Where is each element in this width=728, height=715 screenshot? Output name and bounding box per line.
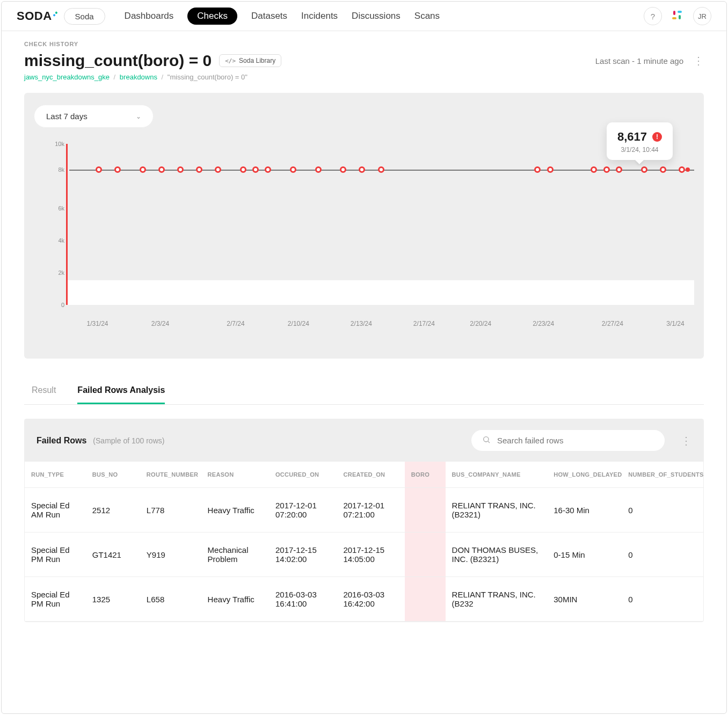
cell-run_type: Special Ed AM Run (25, 488, 86, 532)
table-row[interactable]: Special Ed AM Run2512L778Heavy Traffic20… (25, 488, 703, 532)
failed-rows-table: RUN_TYPE BUS_NO ROUTE_NUMBER REASON OCCU… (25, 462, 703, 622)
slack-icon[interactable] (669, 8, 686, 24)
nav-checks[interactable]: Checks (187, 8, 237, 25)
environment-pill[interactable]: Soda (64, 8, 105, 25)
nav-discussions[interactable]: Discussions (352, 11, 401, 21)
col-reason[interactable]: REASON (201, 462, 269, 488)
cell-route_number: L778 (140, 488, 201, 532)
cell-reason: Heavy Traffic (201, 488, 269, 532)
logo-text: SODA (17, 9, 52, 23)
col-boro[interactable]: BORO (405, 462, 446, 488)
chart-point[interactable] (140, 166, 146, 173)
cell-created_on: 2016-03-03 16:42:00 (337, 577, 404, 622)
chart-point[interactable] (265, 166, 271, 173)
cell-bus_company_name: DON THOMAS BUSES, INC. (B2321) (446, 532, 548, 577)
chart-point[interactable] (114, 166, 121, 173)
cell-boro (405, 577, 446, 622)
chart-point[interactable] (603, 166, 610, 173)
x-tick: 3/1/24 (666, 320, 684, 327)
chart-point[interactable] (340, 166, 346, 173)
tab-result[interactable]: Result (32, 378, 56, 404)
tab-failed-rows-analysis[interactable]: Failed Rows Analysis (77, 378, 165, 404)
nav-incidents[interactable]: Incidents (301, 11, 338, 21)
selected-point[interactable] (686, 167, 690, 172)
cell-route_number: Y919 (140, 532, 201, 577)
chart-plot[interactable]: 10k 8k 6k 4k 2k 0 8,617 ! (66, 144, 694, 305)
x-tick: 2/17/24 (413, 320, 435, 327)
x-tick: 2/23/24 (533, 320, 554, 327)
chart-point[interactable] (547, 166, 554, 173)
cell-reason: Heavy Traffic (201, 577, 269, 622)
nav-dashboards[interactable]: Dashboards (125, 11, 174, 21)
col-occured-on[interactable]: OCCURED_ON (269, 462, 337, 488)
col-how-long-delayed[interactable]: HOW_LONG_DELAYED (547, 462, 622, 488)
chart-point[interactable] (679, 166, 685, 173)
logo[interactable]: SODA (17, 9, 56, 23)
cell-how_long_delayed: 30MIN (547, 577, 622, 622)
table-header-row: RUN_TYPE BUS_NO ROUTE_NUMBER REASON OCCU… (25, 462, 703, 488)
chart-point[interactable] (240, 166, 246, 173)
eyebrow: CHECK HISTORY (24, 41, 704, 47)
y-tick: 2k (41, 269, 64, 276)
table-row[interactable]: Special Ed PM Run1325L658Heavy Traffic20… (25, 577, 703, 622)
chevron-down-icon: ⌄ (136, 113, 141, 120)
chart-point[interactable] (196, 166, 202, 173)
col-created-on[interactable]: CREATED_ON (337, 462, 404, 488)
cell-how_long_delayed: 0-15 Min (547, 532, 622, 577)
col-run-type[interactable]: RUN_TYPE (25, 462, 86, 488)
chart-point[interactable] (315, 166, 322, 173)
cell-bus_no: GT1421 (86, 532, 140, 577)
chart-point[interactable] (177, 166, 184, 173)
time-range-select[interactable]: Last 7 days ⌄ (34, 105, 154, 128)
breadcrumb-current: "missing_count(boro) = 0" (168, 73, 247, 81)
cell-number_of_students: 0 (622, 488, 703, 532)
chart-point[interactable] (252, 166, 259, 173)
help-icon[interactable]: ? (644, 7, 662, 25)
chart-area: 10k 8k 6k 4k 2k 0 8,617 ! (34, 144, 694, 348)
chart-point[interactable] (591, 166, 597, 173)
x-tick: 2/7/24 (227, 320, 244, 327)
chart-point[interactable] (378, 166, 384, 173)
x-tick: 1/31/24 (86, 320, 108, 327)
cell-created_on: 2017-12-15 14:05:00 (337, 532, 404, 577)
cell-bus_company_name: RELIANT TRANS, INC. (B232 (446, 577, 548, 622)
y-tick: 8k (41, 166, 64, 173)
chart-point[interactable] (290, 166, 296, 173)
nav-datasets[interactable]: Datasets (251, 11, 287, 21)
col-bus-no[interactable]: BUS_NO (86, 462, 140, 488)
breadcrumb-datasource[interactable]: jaws_nyc_breakdowns_gke (24, 73, 110, 81)
chart-point[interactable] (641, 166, 647, 173)
x-tick: 2/3/24 (151, 320, 169, 327)
breadcrumb-dataset[interactable]: breakdowns (120, 73, 157, 81)
chart-point[interactable] (534, 166, 541, 173)
breadcrumb: jaws_nyc_breakdowns_gke / breakdowns / "… (24, 73, 704, 81)
chart-point[interactable] (660, 166, 666, 173)
search-input[interactable] (497, 436, 654, 445)
cell-occured_on: 2017-12-01 07:20:00 (269, 488, 337, 532)
cell-created_on: 2017-12-01 07:21:00 (337, 488, 404, 532)
page-title: missing_count(boro) = 0 (24, 52, 212, 70)
cell-run_type: Special Ed PM Run (25, 577, 86, 622)
chart-point[interactable] (616, 166, 622, 173)
y-tick: 10k (41, 141, 64, 147)
library-badge[interactable]: </> Soda Library (219, 54, 281, 67)
table-row[interactable]: Special Ed PM RunGT1421Y919Mechanical Pr… (25, 532, 703, 577)
nav-scans[interactable]: Scans (414, 11, 440, 21)
detail-tabs: Result Failed Rows Analysis (24, 378, 704, 405)
chart-baseline-band (68, 280, 694, 305)
search-failed-rows[interactable] (471, 430, 665, 451)
col-number-of-students[interactable]: NUMBER_OF_STUDENTS (622, 462, 703, 488)
chart-point[interactable] (359, 166, 365, 173)
chart-point[interactable] (96, 166, 102, 173)
col-bus-company-name[interactable]: BUS_COMPANY_NAME (446, 462, 548, 488)
y-tick: 4k (41, 237, 64, 244)
col-route-number[interactable]: ROUTE_NUMBER (140, 462, 201, 488)
cell-number_of_students: 0 (622, 577, 703, 622)
chart-point[interactable] (158, 166, 165, 173)
cell-route_number: L658 (140, 577, 201, 622)
last-scan-text: Last scan - 1 minute ago (595, 56, 683, 65)
chart-point[interactable] (215, 166, 221, 173)
cell-bus_no: 1325 (86, 577, 140, 622)
avatar[interactable]: JR (693, 7, 711, 25)
topbar: SODA Soda Dashboards Checks Datasets Inc… (2, 2, 726, 31)
